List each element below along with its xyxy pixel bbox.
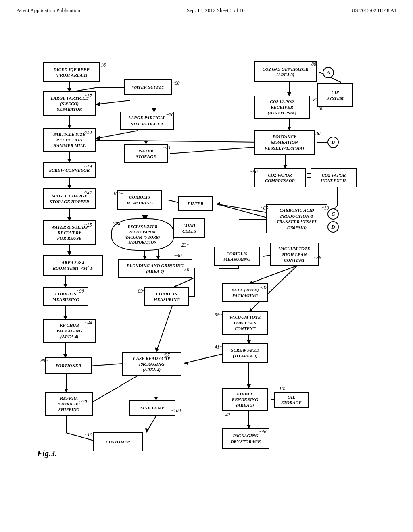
ref-37: ~37 [260, 285, 267, 291]
water-storage-box: WATERSTORAGE [124, 144, 168, 163]
portioner-box: PORTIONER [45, 357, 92, 374]
co2-vapor-heat-box: CO2 VAPORHEAT EXCH. [311, 168, 357, 187]
ref-23: 23~ [181, 242, 189, 248]
ref-88: 88 [311, 61, 316, 67]
co2-vapor-receiver-box: CO2 VAPORRECEIVER(200-300 PSIA) [254, 96, 310, 119]
ref-36: ~36 [314, 255, 321, 261]
svg-marker-45 [155, 347, 159, 352]
svg-line-27 [96, 131, 138, 139]
svg-line-93 [184, 353, 227, 363]
ref-38: 38~ [215, 312, 222, 318]
ref-24: ~24 [84, 189, 92, 195]
circle-b: B [327, 137, 339, 148]
header-right: US 2012/0231148 A1 [351, 7, 397, 14]
ref-41: 41~ [215, 344, 222, 350]
ref-89: 89~ [138, 288, 146, 294]
ref-25: ~25 [84, 222, 92, 228]
ref-99: 99~ [40, 357, 48, 364]
vacuum-tote-low-box: VACUUM TOTELOW LEANCONTENT [222, 311, 268, 335]
ref-65: ~65 [261, 205, 268, 211]
ref-30: ~30 [313, 131, 321, 137]
ref-16: 16 [101, 62, 106, 68]
circle-a: A [323, 67, 334, 78]
ref-82: ~82 [113, 220, 121, 227]
fig-label: Fig.3. [37, 449, 57, 458]
ref-90: ~90 [77, 288, 84, 294]
ref-19b: ~19 [321, 205, 329, 211]
load-cells-box: LOADCELLS [173, 218, 205, 238]
screw-feed-box: SCREW FEED(TO AREA 3) [222, 343, 268, 363]
ref-80: 80 [319, 106, 323, 112]
sine-pump-box: SINE PUMP [129, 400, 175, 416]
blending-box: BLENDING AND GRINDING(AREA 4) [118, 259, 192, 278]
ref-19: ~19 [84, 164, 92, 170]
carbonic-acid-box: CARBONIC ACIDPRODUCTION &TRANSFER VESSEL… [266, 204, 327, 233]
ref-42: 42 [225, 412, 230, 418]
ref-101: 101~ [113, 191, 123, 197]
ref-21: ~21 [163, 145, 171, 151]
ref-46: ~46 [259, 429, 267, 435]
vacuum-tote-high-box: VACUUM TOTEHIGH LEANCONTENT [270, 243, 319, 266]
coriolis-101-box: CORIOLISMEASURING [117, 190, 162, 210]
svg-marker-78 [217, 202, 220, 206]
ref-100: ~100 [171, 408, 181, 414]
area2-room-box: AREA 2 & 4ROOM TEMP <34° F [43, 255, 103, 276]
circle-d: D [327, 221, 339, 233]
ref-60: ~60 [172, 80, 180, 86]
ref-103: ~103 [85, 432, 95, 438]
ref-102: 102 [279, 386, 286, 392]
circle-c: C [327, 208, 339, 220]
edible-rendering-box: EDIBLERENDERING(AREA 3) [222, 388, 268, 411]
coriolis-meas2-box: CORIOLISMEASURING [214, 247, 260, 266]
svg-line-48 [249, 266, 297, 284]
co2-generator-box: CO2 GAS GENERATOR(AREA 3) [254, 61, 317, 82]
header-center: Sep. 13, 2012 Sheet 3 of 10 [187, 7, 245, 14]
header-left: Patent Application Publication [16, 7, 80, 14]
ref-44: ~44 [85, 320, 92, 326]
diagram-container: EXCESS WATER& CO2 VAPORVACUUM (5 TORR)EV… [21, 22, 392, 505]
filter-box: FILTER [178, 196, 213, 211]
bouyancy-sep-box: BOUYANCYSEPARATIONVESSEL (<150PSIA) [254, 130, 315, 155]
ref-20: ~20 [166, 112, 174, 118]
ref-50b: ~50 [250, 169, 258, 175]
svg-marker-83 [96, 102, 100, 106]
water-supply-box: WATER SUPPLY [124, 79, 172, 95]
page-header: Patent Application Publication Sep. 13, … [0, 0, 413, 18]
excess-water-box: EXCESS WATER& CO2 VAPORVACUUM (5 TORR)EV… [111, 218, 174, 251]
svg-marker-94 [184, 361, 188, 365]
ref-50: 50 [184, 267, 189, 273]
ref-17: ~17 [84, 93, 92, 99]
case-ready-box: CASE READY CAPPACKAGING(AREA 4) [122, 352, 181, 376]
customer-box: CUSTOMER [93, 432, 143, 451]
ref-18: ~18 [84, 129, 92, 135]
diced-iqf-box: DICED IQF BEEF(FROM AREA 1) [43, 62, 100, 82]
cip-system-box: CIPSYSTEM [317, 83, 353, 107]
svg-line-44 [156, 306, 172, 352]
ref-97: ~97 [162, 352, 170, 358]
ref-40: ~40 [174, 253, 182, 259]
coriolis-89-box: CORIOLISMEASURING [144, 287, 189, 306]
svg-line-86 [170, 147, 259, 154]
ref-70: ~70 [79, 399, 87, 405]
svg-line-82 [96, 100, 130, 104]
svg-line-84 [96, 140, 259, 142]
oil-storage-box: OILSTORAGE [274, 392, 309, 408]
co2-vapor-comp-box: CO2 VAPORCOMPRESSOR [254, 168, 306, 187]
ref-81: ~81 [311, 97, 318, 103]
